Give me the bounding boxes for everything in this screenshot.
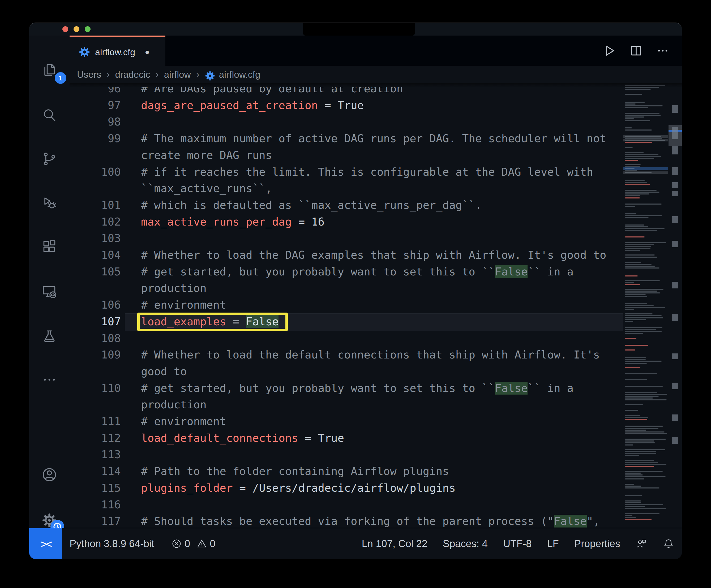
code-text[interactable]: good to	[141, 363, 187, 380]
code-line[interactable]: 109# Whether to load the default connect…	[69, 346, 682, 363]
notifications-button[interactable]	[663, 538, 674, 549]
code-line[interactable]: 97dags_are_paused_at_creation = True	[69, 97, 682, 114]
editor[interactable]: 96# Are DAGs paused by default at creati…	[69, 87, 682, 528]
code-text[interactable]: # environment	[141, 297, 226, 313]
run-button[interactable]	[603, 44, 617, 58]
line-number[interactable]: 106	[69, 297, 121, 313]
more-actions-button[interactable]	[656, 44, 670, 58]
sidebar-item-search[interactable]	[29, 103, 69, 128]
line-number[interactable]: 102	[69, 213, 121, 230]
code-line[interactable]: ``max_active_runs``,	[69, 180, 682, 197]
line-number[interactable]: 96	[69, 87, 121, 97]
line-number[interactable]	[69, 363, 121, 380]
line-number[interactable]: 112	[69, 430, 121, 447]
code-text[interactable]: # Path to the folder containing Airflow …	[141, 463, 449, 480]
code-text[interactable]: # get started, but you probably want to …	[141, 380, 574, 397]
code-text[interactable]: # Whether to load the DAG examples that …	[141, 247, 606, 264]
code-line[interactable]: 102max_active_runs_per_dag = 16	[69, 213, 682, 230]
code-line[interactable]: 104# Whether to load the DAG examples th…	[69, 247, 682, 264]
code-text[interactable]: dags_are_paused_at_creation = True	[141, 97, 364, 114]
sidebar-item-more[interactable]	[29, 367, 69, 392]
code-text[interactable]: load_default_connections = True	[141, 430, 344, 447]
breadcrumb-item-airflow[interactable]: airflow	[164, 69, 191, 80]
code-line[interactable]: 112load_default_connections = True	[69, 430, 682, 447]
code-text[interactable]: # which is defaulted as ``max_active_run…	[141, 197, 482, 213]
eol-setting[interactable]: LF	[547, 538, 559, 549]
close-button[interactable]	[62, 26, 68, 32]
cursor-position[interactable]: Ln 107, Col 22	[362, 538, 428, 549]
line-number[interactable]	[69, 397, 121, 413]
code-text[interactable]: # if it reaches the limit. This is confi…	[141, 164, 593, 180]
command-center[interactable]	[303, 23, 415, 36]
code-line[interactable]: good to	[69, 363, 682, 380]
code-line[interactable]: 105# get started, but you probably want …	[69, 264, 682, 280]
sidebar-item-testing[interactable]	[29, 324, 69, 349]
code-line[interactable]: 103	[69, 230, 682, 247]
sidebar-item-source-control[interactable]	[29, 146, 69, 172]
code-line[interactable]: create more DAG runs	[69, 147, 682, 164]
code-text[interactable]: # Are DAGs paused by default at creation	[141, 87, 403, 97]
tab-airflow-cfg[interactable]: airflow.cfg ●	[69, 36, 166, 67]
sidebar-item-run-debug[interactable]	[29, 190, 69, 216]
feedback-button[interactable]	[635, 538, 647, 549]
line-number[interactable]: 107	[69, 313, 121, 330]
line-number[interactable]: 116	[69, 496, 121, 513]
line-number[interactable]: 97	[69, 97, 121, 114]
remote-indicator[interactable]: ><	[29, 528, 62, 559]
sidebar-item-extensions[interactable]	[29, 234, 69, 259]
modified-dot-icon[interactable]: ●	[145, 47, 149, 56]
scrollbar[interactable]	[669, 83, 682, 528]
code-line[interactable]: 98	[69, 114, 682, 130]
split-editor-button[interactable]	[629, 44, 643, 58]
code-text[interactable]: # environment	[141, 413, 226, 430]
code-line[interactable]: 96# Are DAGs paused by default at creati…	[69, 87, 682, 97]
language-mode[interactable]: Properties	[574, 538, 620, 549]
code-line[interactable]: 117# Should tasks be executed via forkin…	[69, 513, 682, 528]
code-line[interactable]: 99# The maximum number of active DAG run…	[69, 130, 682, 147]
line-number[interactable]: 108	[69, 330, 121, 347]
line-number[interactable]	[69, 280, 121, 297]
indentation-setting[interactable]: Spaces: 4	[443, 538, 488, 549]
account-button[interactable]	[29, 462, 69, 488]
line-number[interactable]: 114	[69, 463, 121, 480]
code-line[interactable]: 106# environment	[69, 297, 682, 313]
code-text[interactable]: create more DAG runs	[141, 147, 272, 164]
line-number[interactable]: 99	[69, 130, 121, 147]
line-number[interactable]: 109	[69, 346, 121, 363]
problems-indicator[interactable]: 0 0	[171, 538, 215, 549]
maximize-button[interactable]	[85, 26, 90, 32]
minimize-button[interactable]	[73, 26, 79, 32]
line-number[interactable]	[69, 147, 121, 164]
breadcrumb-item-dradecic[interactable]: dradecic	[115, 69, 150, 80]
code-line[interactable]: production	[69, 397, 682, 413]
code-line[interactable]: 111# environment	[69, 413, 682, 430]
code-line[interactable]: 113	[69, 446, 682, 463]
line-number[interactable]: 98	[69, 114, 121, 130]
line-number[interactable]: 103	[69, 230, 121, 247]
code-text[interactable]: ``max_active_runs``,	[141, 180, 272, 197]
minimap[interactable]	[623, 83, 668, 528]
line-number[interactable]: 110	[69, 380, 121, 397]
code-line[interactable]: 110# get started, but you probably want …	[69, 380, 682, 397]
line-number[interactable]: 115	[69, 480, 121, 496]
line-number[interactable]	[69, 180, 121, 197]
code-line[interactable]: 100# if it reaches the limit. This is co…	[69, 164, 682, 180]
line-number[interactable]: 100	[69, 164, 121, 180]
code-text[interactable]: production	[141, 280, 207, 297]
python-version[interactable]: Python 3.8.9 64-bit	[69, 538, 154, 549]
code-text[interactable]: # Whether to load the default connection…	[141, 346, 600, 363]
code-line[interactable]: 101# which is defaulted as ``max_active_…	[69, 197, 682, 213]
line-number[interactable]: 111	[69, 413, 121, 430]
code-line[interactable]: production	[69, 280, 682, 297]
code-line[interactable]: 115plugins_folder = /Users/dradecic/airf…	[69, 480, 682, 496]
code-line[interactable]: 114# Path to the folder containing Airfl…	[69, 463, 682, 480]
code-line[interactable]: 116	[69, 496, 682, 513]
breadcrumb-item-users[interactable]: Users	[77, 69, 101, 80]
code-text[interactable]: plugins_folder = /Users/dradecic/airflow…	[141, 480, 456, 496]
code-text[interactable]: # The maximum number of active DAG runs …	[141, 130, 606, 147]
breadcrumb-item-file[interactable]: airflow.cfg	[219, 69, 260, 80]
line-number[interactable]: 101	[69, 197, 121, 213]
line-number[interactable]: 117	[69, 513, 121, 528]
sidebar-item-explorer[interactable]: 1	[29, 57, 69, 83]
line-number[interactable]: 105	[69, 264, 121, 280]
